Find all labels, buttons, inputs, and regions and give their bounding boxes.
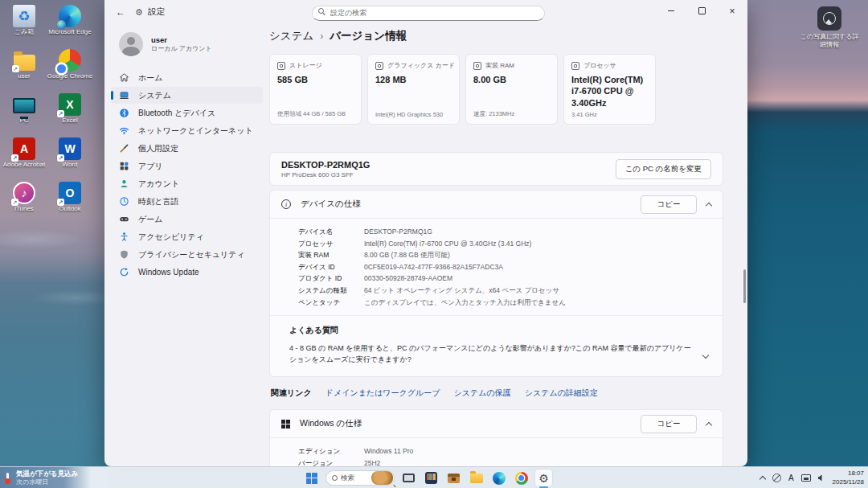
search-icon [332,475,338,481]
desktop-icon-outlook[interactable]: O Outlook [47,179,93,223]
taskbar-chrome[interactable] [513,470,530,486]
chrome-icon [515,472,528,485]
taskbar-settings-active[interactable]: ⚙ [535,470,552,486]
sidebar-item-label: Bluetooth とデバイス [138,108,215,119]
pc-monitor-icon [13,98,35,113]
faq-question: 4 - 8 GB の RAM を使用すると、PC のパフォーマンスにどのような影… [289,343,691,366]
network-icon[interactable] [801,474,811,482]
sidebar-item-gaming[interactable]: ゲーム [111,211,263,228]
minimize-button[interactable] [656,0,686,22]
desktop-icon-word[interactable]: W Word [47,135,93,179]
gear-icon: ⚙ [538,473,549,484]
briefcase-app-icon [448,474,460,483]
device-name-card: DESKTOP-P2RMQ1G HP ProDesk 600 G3 SFF この… [269,152,723,186]
sidebar-item-accounts[interactable]: アカウント [111,175,263,192]
card-ram[interactable]: 実装 RAM 8.00 GB 速度: 2133MHz [465,54,558,125]
user-account-type: ローカル アカウント [151,44,212,53]
volume-icon[interactable] [818,475,822,482]
sidebar-item-windows-update[interactable]: Windows Update [111,264,263,281]
app-title: ⚙ 設定 [135,6,165,18]
spec-label: 実装 RAM [298,249,364,261]
copy-device-spec-button[interactable]: コピー [641,195,697,214]
spec-value: このディスプレイでは、ペン入力とタッチ入力は利用できません [364,297,566,309]
card-processor[interactable]: プロセッサ Intel(R) Core(TM) i7-6700 CPU @ 3.… [563,54,656,125]
windows-spec-header[interactable]: Windows の仕様 コピー [270,410,723,437]
desktop-icon-excel[interactable]: X Excel [47,91,93,135]
apps-grid-icon [118,161,129,172]
sidebar-item-apps[interactable]: アプリ [111,158,263,174]
sidebar-item-privacy-security[interactable]: プライバシーとセキュリティ [111,246,263,263]
taskbar-pinned-pc-app[interactable] [400,470,417,486]
spec-label: プロダクト ID [298,273,364,285]
accessibility-icon [118,232,129,243]
close-button[interactable]: × [717,0,747,22]
chevron-up-icon[interactable] [706,421,712,428]
back-button[interactable]: ← [111,3,130,21]
sidebar-item-network-internet[interactable]: ネットワークとインターネット [111,122,263,139]
desktop-icon-recycle-bin[interactable]: ♻ ごみ箱 [2,2,47,47]
desktop-icon-photo-info[interactable]: この写真に関する詳細情報 [792,6,866,48]
link-advanced-system-settings[interactable]: システムの詳細設定 [525,388,598,399]
widgets-weather-button[interactable]: 気温が下がる見込み 次の水曜日 [0,467,91,488]
sidebar-item-bluetooth-devices[interactable]: Bluetooth とデバイス [111,105,263,121]
desktop-icon-label: ごみ箱 [14,29,34,36]
tray-clock[interactable]: 18:07 2025/11/28 [833,470,864,486]
ime-indicator[interactable]: A [788,474,794,482]
card-label: ストレージ [289,61,322,70]
taskbar-edge[interactable] [490,470,507,486]
spec-value: 8.00 GB (7.88 GB 使用可能) [364,249,450,261]
card-graphics[interactable]: グラフィックス カード 128 MB Intel(R) HD Graphics … [367,54,460,125]
chevron-up-icon[interactable] [706,202,712,208]
link-system-protection[interactable]: システムの保護 [454,388,511,399]
desktop-icon-acrobat[interactable]: A Adobe Acrobat [2,135,47,179]
rename-pc-button[interactable]: この PC の名前を変更 [616,159,711,179]
card-detail: Intel(R) HD Graphics 530 [375,111,443,118]
desktop-icon-edge[interactable]: Microsoft Edge [47,2,93,47]
desktop-icon-label: Google Chrome [47,73,92,80]
scrollbar-thumb[interactable] [743,269,746,303]
sidebar-item-home[interactable]: ホーム [111,69,263,86]
spec-value: 00330-50928-28749-AAOEM [364,273,452,285]
card-storage[interactable]: ストレージ 585 GB 使用領域 44 GB / 585 GB [269,54,362,125]
sidebar-item-personalization[interactable]: 個人用設定 [111,140,263,157]
sidebar-nav: ホーム システム Bluetooth とデバイス ネットワークとインターネット … [104,69,269,281]
taskbar-search[interactable]: 検索 [326,470,395,486]
copy-windows-spec-button[interactable]: コピー [641,415,697,433]
summary-cards: ストレージ 585 GB 使用領域 44 GB / 585 GB グラフィックス… [269,54,723,125]
sidebar-item-system[interactable]: システム [111,87,263,104]
tray-overflow-chevron-icon[interactable] [760,476,766,482]
search-highlight-image[interactable] [371,471,393,485]
clock-icon [118,196,129,207]
desktop-icon-chrome[interactable]: Google Chrome [47,47,93,91]
spec-label: エディション [298,445,364,457]
link-domain-workgroup[interactable]: ドメインまたはワークグループ [326,388,440,399]
card-value: 128 MB [375,74,452,85]
spec-value: 25H2 [364,457,380,466]
pc-app-icon [403,474,415,482]
sidebar-item-label: ホーム [138,72,162,84]
taskbar-pinned-store[interactable] [423,470,440,486]
settings-sidebar: user ローカル アカウント ホーム システム Bluetooth とデバイス… [104,24,269,466]
taskbar-pinned-briefcase-app[interactable] [445,470,462,486]
desktop-icon-user-folder[interactable]: user [2,47,47,91]
taskbar-file-explorer[interactable] [468,470,485,486]
settings-search[interactable] [312,4,545,19]
onedrive-paused-icon[interactable] [772,474,781,482]
spec-value: Windows 11 Pro [364,445,413,457]
tray-time: 18:07 [833,470,864,478]
breadcrumb-parent[interactable]: システム [269,29,313,43]
faq-block[interactable]: よくある質問 4 - 8 GB の RAM を使用すると、PC のパフォーマンス… [270,315,723,376]
settings-search-input[interactable] [312,6,545,21]
user-account-block[interactable]: user ローカル アカウント [104,24,269,59]
sidebar-item-time-language[interactable]: 時刻と言語 [111,193,263,210]
start-button[interactable] [303,470,320,486]
chevron-down-icon[interactable] [702,352,709,359]
desktop-icon-pc[interactable]: PC [2,91,47,135]
sidebar-item-accessibility[interactable]: アクセシビリティ [111,228,263,245]
related-links: 関連リンク ドメインまたはワークグループ システムの保護 システムの詳細設定 [269,388,723,399]
device-spec-header[interactable]: i デバイスの仕様 コピー [270,191,723,218]
desktop-icon-itunes[interactable]: ♪ iTunes [2,179,47,223]
titlebar[interactable]: ← ⚙ 設定 × [104,0,747,24]
photo-info-icon [817,6,841,31]
maximize-button[interactable] [686,0,717,22]
